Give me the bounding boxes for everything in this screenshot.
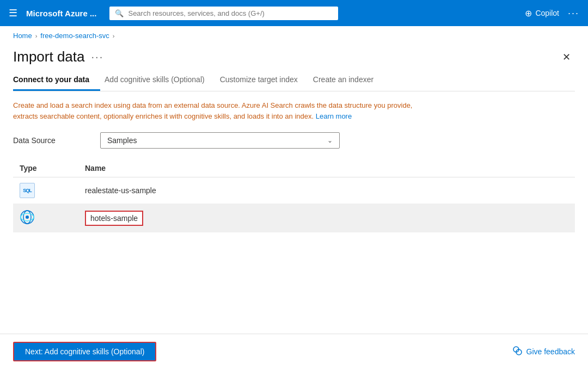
page-title-row: Import data ···	[13, 48, 103, 65]
form-row-datasource: Data Source Samples ⌄	[13, 132, 575, 149]
breadcrumb-home[interactable]: Home	[13, 32, 32, 40]
samples-table: Type Name SQL realestate-us-sample	[13, 159, 575, 232]
feedback-icon	[512, 346, 522, 358]
main-content: Import data ··· ✕ Connect to your data A…	[0, 43, 588, 334]
breadcrumb-service[interactable]: free-demo-search-svc	[40, 32, 109, 40]
tab-cognitive-skills[interactable]: Add cognitive skills (Optional)	[105, 70, 216, 91]
page-header: Import data ··· ✕	[13, 43, 575, 70]
table-row[interactable]: SQL realestate-us-sample	[13, 177, 575, 204]
name-cell: realestate-us-sample	[78, 177, 575, 204]
learn-more-link[interactable]: Learn more	[316, 112, 352, 120]
data-source-label: Data Source	[13, 136, 100, 145]
footer: Next: Add cognitive skills (Optional) Gi…	[0, 334, 588, 369]
tab-customize-index[interactable]: Customize target index	[220, 70, 309, 91]
copilot-label: Copilot	[535, 9, 559, 17]
tab-create-indexer[interactable]: Create an indexer	[313, 70, 384, 91]
cosmos-type-icon	[20, 210, 35, 225]
table-row[interactable]: hotels-sample	[13, 204, 575, 232]
search-box[interactable]: 🔍	[109, 7, 338, 20]
next-button[interactable]: Next: Add cognitive skills (Optional)	[13, 342, 156, 361]
page-title: Import data	[13, 48, 85, 65]
feedback-link[interactable]: Give feedback	[512, 346, 575, 358]
hotels-sample-name: hotels-sample	[85, 211, 143, 226]
page-more-options-icon[interactable]: ···	[91, 51, 104, 63]
sql-type-icon: SQL	[20, 183, 35, 198]
app-title: Microsoft Azure ...	[26, 9, 96, 18]
data-source-dropdown[interactable]: Samples ⌄	[100, 132, 340, 149]
name-cell-highlighted: hotels-sample	[78, 204, 575, 232]
type-cell: SQL	[13, 177, 78, 204]
search-icon: 🔍	[115, 9, 124, 17]
copilot-button[interactable]: ⊕ Copilot	[525, 8, 559, 19]
feedback-label: Give feedback	[526, 347, 575, 356]
breadcrumb: Home › free-demo-search-svc ›	[0, 26, 588, 43]
more-options-icon[interactable]: ···	[568, 8, 579, 19]
hamburger-icon[interactable]: ☰	[9, 7, 17, 19]
topbar-right: ⊕ Copilot ···	[525, 8, 579, 19]
search-input[interactable]	[128, 9, 333, 17]
breadcrumb-sep-2: ›	[113, 33, 115, 39]
data-source-value: Samples	[107, 136, 137, 145]
chevron-down-icon: ⌄	[327, 137, 333, 144]
type-cell	[13, 204, 78, 232]
breadcrumb-sep-1: ›	[35, 33, 38, 39]
svg-point-3	[26, 216, 29, 219]
copilot-icon: ⊕	[525, 8, 532, 19]
tabs-container: Connect to your data Add cognitive skill…	[13, 70, 575, 91]
description-text: Create and load a search index using dat…	[13, 100, 575, 121]
col-name-header: Name	[78, 159, 575, 177]
topbar: ☰ Microsoft Azure ... 🔍 ⊕ Copilot ···	[0, 0, 588, 26]
tab-connect-data[interactable]: Connect to your data	[13, 70, 100, 91]
close-button[interactable]: ✕	[558, 49, 575, 65]
col-type-header: Type	[13, 159, 78, 177]
